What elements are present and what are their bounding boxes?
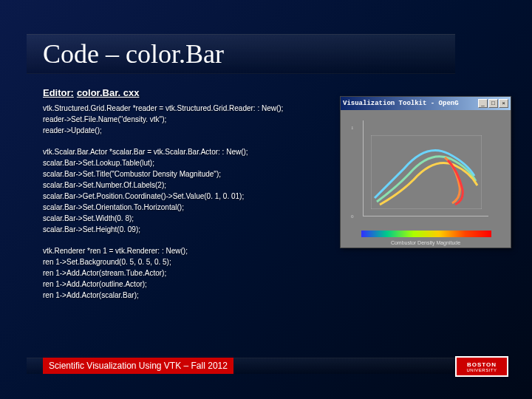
axis-tick: 1 — [351, 125, 354, 131]
code-line: scalar.Bar->Set.Height(0. 09); — [43, 224, 324, 235]
code-line: ren 1->Set.Background(0. 5, 0. 5, 0. 5); — [43, 256, 324, 267]
code-container: vtk.Structured.Grid.Reader *reader = vtk… — [43, 103, 324, 301]
maximize-button[interactable]: □ — [488, 99, 498, 108]
close-button[interactable]: × — [499, 99, 508, 108]
editor-filename: color.Bar. cxx — [77, 87, 140, 98]
minimize-button[interactable]: _ — [478, 99, 488, 108]
code-line: ren 1->Add.Actor(stream.Tube.Actor); — [43, 267, 324, 279]
code-group: vtk.Renderer *ren 1 = vtk.Renderer: : Ne… — [43, 245, 324, 301]
code-line: scalar.Bar->Get.Position.Coordinate()->S… — [43, 191, 324, 202]
footer-text: Scientific Visualization Using VTK – Fal… — [43, 358, 233, 374]
axis-tick: 0 — [351, 214, 354, 219]
boston-university-logo: BOSTON UNIVERSITY — [455, 356, 508, 377]
code-group: vtk.Scalar.Bar.Actor *scalar.Bar = vtk.S… — [43, 146, 324, 235]
streamline-plot — [371, 135, 482, 209]
code-line: vtk.Scalar.Bar.Actor *scalar.Bar = vtk.S… — [43, 146, 324, 157]
code-line: scalar.Bar->Set.Orientation.To.Horizonta… — [43, 202, 324, 213]
logo-line1: BOSTON — [467, 361, 497, 368]
code-line: ren 1->Add.Actor(outline.Actor); — [43, 279, 324, 290]
render-canvas: 1 0 Combustor Density Magnitude — [341, 110, 511, 248]
code-line: reader->Update(); — [43, 125, 324, 136]
visualization-window: Visualization Toolkit - OpenG _ □ × 1 0 … — [340, 96, 511, 248]
content-area: Editor: color.Bar. cxx vtk.Structured.Gr… — [43, 87, 324, 311]
editor-label: Editor: — [43, 87, 74, 98]
code-line: vtk.Renderer *ren 1 = vtk.Renderer: : Ne… — [43, 245, 324, 256]
code-line: reader->Set.File.Name("density. vtk"); — [43, 114, 324, 125]
code-line: scalar.Bar->Set.Width(0. 8); — [43, 213, 324, 224]
code-line: ren 1->Add.Actor(scalar.Bar); — [43, 290, 324, 301]
code-line: scalar.Bar->Set.Lookup.Table(lut); — [43, 157, 324, 168]
code-group: vtk.Structured.Grid.Reader *reader = vtk… — [43, 103, 324, 136]
scalar-bar — [361, 231, 491, 237]
code-line: vtk.Structured.Grid.Reader *reader = vtk… — [43, 103, 324, 114]
window-titlebar: Visualization Toolkit - OpenG _ □ × — [341, 97, 511, 110]
logo-line2: UNIVERSITY — [466, 368, 497, 372]
scalar-bar-title: Combustor Density Magnitude — [341, 240, 511, 245]
title-band: Code – color.Bar — [27, 34, 455, 74]
code-line: scalar.Bar->Set.Title("Combustor Density… — [43, 168, 324, 180]
window-title: Visualization Toolkit - OpenG — [343, 100, 459, 107]
code-line: scalar.Bar->Set.Number.Of.Labels(2); — [43, 180, 324, 191]
window-buttons: _ □ × — [478, 99, 508, 108]
slide-title: Code – color.Bar — [43, 38, 224, 69]
plot-frame — [363, 120, 488, 216]
editor-heading: Editor: color.Bar. cxx — [43, 87, 324, 98]
